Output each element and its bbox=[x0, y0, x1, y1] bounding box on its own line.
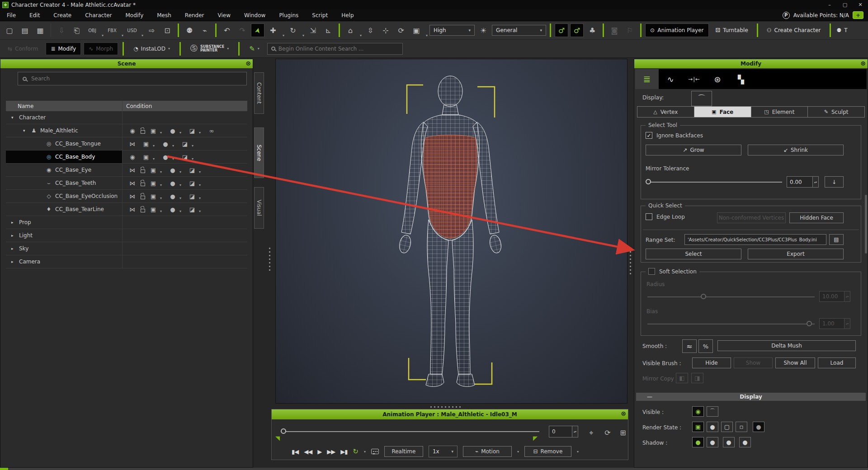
ik-lock-icon[interactable]: ⌖ bbox=[585, 426, 598, 439]
smooth-iterations-button[interactable]: ≈ bbox=[682, 339, 697, 353]
export-image-button[interactable]: ⊡ bbox=[160, 24, 174, 37]
menu-mesh[interactable]: Mesh bbox=[150, 9, 178, 21]
render-mode-dropdown[interactable]: General ▾ bbox=[492, 25, 546, 36]
expand-arrow-icon[interactable]: ▾ bbox=[11, 115, 16, 120]
chevron-down-icon[interactable]: ▾ bbox=[102, 33, 104, 39]
scene-row-sky[interactable]: ▸Sky bbox=[6, 242, 247, 255]
material-sphere-icon[interactable]: ● bbox=[167, 193, 178, 200]
range-end-marker[interactable]: ◤ bbox=[533, 435, 538, 442]
cluster-tool-button[interactable]: ♣ bbox=[585, 24, 599, 37]
frame-move-button[interactable]: ⊹ bbox=[379, 24, 392, 37]
fbx-import-button[interactable]: FBX bbox=[105, 24, 119, 37]
quality-dropdown[interactable]: High ▾ bbox=[429, 25, 475, 36]
scrollbar-thumb[interactable] bbox=[865, 195, 867, 254]
collapse-arrow-icon[interactable]: ▸ bbox=[11, 220, 16, 225]
rotate-cube-icon[interactable]: ⟳ bbox=[601, 426, 614, 439]
shrink-button[interactable]: ↙Shrink bbox=[748, 145, 844, 155]
apply-mirror-button[interactable]: ↓ bbox=[825, 176, 844, 188]
chevron-down-icon[interactable]: ▾ bbox=[179, 183, 184, 189]
caption-bubble-icon[interactable] bbox=[371, 449, 379, 454]
show-all-button[interactable]: Show All bbox=[775, 357, 815, 368]
mesh-cube-icon[interactable]: ▣ bbox=[148, 193, 159, 200]
move-tool-button[interactable]: ✚ bbox=[266, 24, 280, 37]
lock-icon[interactable] bbox=[141, 169, 145, 173]
delta-mush-button[interactable]: Delta Mush bbox=[717, 340, 856, 351]
import-avatar-button[interactable]: ⎗ bbox=[70, 24, 84, 37]
chevron-down-icon[interactable]: ▾ bbox=[360, 33, 362, 39]
close-icon[interactable]: ⊗ bbox=[245, 60, 251, 67]
close-icon[interactable]: ⊗ bbox=[621, 410, 626, 417]
material-sphere-icon[interactable]: ● bbox=[160, 141, 171, 147]
speed-dropdown[interactable]: 1x ▾ bbox=[429, 446, 458, 457]
render-wireframe-button[interactable]: ▢ bbox=[721, 422, 733, 432]
visible-eye-button[interactable]: ◉ bbox=[692, 406, 704, 417]
scene-row-cc-base-teeth[interactable]: ⌣CC_Base_Teeth ⋈ ▣▾ ●▾ ◪▾ bbox=[6, 177, 247, 190]
range-set-field[interactable] bbox=[684, 234, 826, 245]
online-content-search[interactable] bbox=[267, 43, 403, 55]
scene-row-prop[interactable]: ▸Prop bbox=[6, 216, 247, 229]
hidden-face-button[interactable]: Hidden Face bbox=[789, 212, 844, 223]
duplicate-layers-icon[interactable]: ⊞ bbox=[616, 426, 630, 439]
chevron-down-icon[interactable]: ▾ bbox=[426, 33, 428, 39]
mesh-cube-icon[interactable]: ▣ bbox=[141, 154, 151, 160]
menu-modify[interactable]: Modify bbox=[118, 9, 150, 21]
scene-row-cc-base-eyeocclusion[interactable]: ◇CC_Base_EyeOcclusion ⋈ ▣▾ ●▾ ◪▾ bbox=[6, 190, 247, 203]
morph-mode-button[interactable]: ∿ Morph bbox=[84, 42, 118, 55]
character-mode-button[interactable]: ♂ bbox=[555, 24, 568, 37]
tab-attributes[interactable]: ≣ bbox=[635, 69, 659, 89]
render-bounds-button[interactable]: ▫ bbox=[736, 422, 747, 432]
lock-icon[interactable] bbox=[141, 196, 145, 199]
lighting-sun-button[interactable]: ☀ bbox=[476, 24, 490, 37]
save-button[interactable]: ▦ bbox=[33, 24, 47, 37]
browse-folder-button[interactable]: ▤ bbox=[829, 234, 844, 245]
scene-row-character[interactable]: ▾Character bbox=[6, 111, 247, 124]
visibility-squint-icon[interactable]: ⋈ bbox=[127, 193, 138, 200]
shadow-only-button[interactable]: ● bbox=[739, 437, 751, 447]
chevron-down-icon[interactable]: ▾ bbox=[199, 209, 203, 216]
tab-scene[interactable]: Scene bbox=[254, 127, 264, 178]
soft-selection-checkbox[interactable] bbox=[648, 268, 655, 275]
close-button[interactable]: ✕ bbox=[853, 0, 868, 9]
export-button[interactable]: ⇨ bbox=[145, 24, 159, 37]
mode-element[interactable]: ◳Element bbox=[751, 107, 808, 117]
mode-face[interactable]: ▣Face bbox=[694, 107, 751, 117]
animation-player-toggle[interactable]: ⊙ Animation Player bbox=[645, 24, 708, 37]
mesh-cube-icon[interactable]: ▣ bbox=[141, 141, 151, 147]
frame-rotate-button[interactable]: ⟳ bbox=[394, 24, 408, 37]
create-character-button[interactable]: ⚇ Create Character bbox=[762, 24, 826, 37]
collapse-arrow-icon[interactable]: ▸ bbox=[11, 246, 16, 251]
panel-resize-grip[interactable] bbox=[269, 248, 270, 271]
range-start-marker[interactable]: ◥ bbox=[275, 435, 280, 442]
visibility-squint-icon[interactable]: ⋈ bbox=[127, 180, 138, 187]
texture-icon[interactable]: ◪ bbox=[179, 141, 190, 147]
mode-sculpt[interactable]: ✎Sculpt bbox=[808, 107, 864, 117]
minimize-button[interactable]: – bbox=[822, 0, 837, 9]
render-sphere-button[interactable]: ● bbox=[707, 422, 718, 432]
scene-row-male-althletic[interactable]: ▾♟Male_Althletic ◉ ▣▾ ●▾ ◪▾ ∞ bbox=[6, 124, 247, 137]
modify-mode-button[interactable]: ≣ Modify bbox=[46, 42, 81, 55]
scene-search-input[interactable] bbox=[31, 75, 242, 82]
hide-button[interactable]: Hide bbox=[692, 357, 731, 368]
mirror-tolerance-value[interactable]: 0.00 bbox=[787, 176, 813, 188]
undo-button[interactable]: ↶ bbox=[220, 24, 234, 37]
substance-painter-button[interactable]: Ⓢ SUBSTANCE PAINTER ▾ bbox=[185, 42, 234, 55]
visibility-squint-icon[interactable]: ⋈ bbox=[127, 167, 138, 174]
pivot-tool-button[interactable]: ⊾ bbox=[321, 24, 335, 37]
scene-row-cc-base-tongue[interactable]: ◎CC_Base_Tongue ⋈ ▣▾ ●▾ ◪▾ bbox=[6, 137, 247, 150]
player-drag-grip[interactable] bbox=[430, 406, 463, 408]
chevron-down-icon[interactable]: ▾ bbox=[517, 450, 519, 454]
previous-frame-button[interactable]: ◀◀ bbox=[304, 448, 312, 455]
tab-visual[interactable]: Visual bbox=[254, 187, 264, 229]
lock-icon[interactable] bbox=[141, 209, 145, 212]
shadow-cast-button[interactable]: ● bbox=[692, 437, 704, 447]
chevron-down-icon[interactable]: ▾ bbox=[199, 170, 203, 176]
display-section-header[interactable]: — Display bbox=[636, 393, 866, 401]
obj-import-button[interactable]: OBJ bbox=[85, 24, 99, 37]
material-sphere-icon[interactable]: ● bbox=[167, 180, 178, 187]
chevron-down-icon[interactable]: ▾ bbox=[172, 157, 177, 163]
chevron-down-icon[interactable]: ▾ bbox=[142, 33, 143, 39]
visibility-squint-icon[interactable]: ⋈ bbox=[127, 141, 138, 147]
timeline-slider[interactable] bbox=[281, 428, 539, 434]
play-button[interactable]: ▶ bbox=[317, 448, 321, 455]
collapse-icon[interactable]: — bbox=[647, 394, 652, 400]
